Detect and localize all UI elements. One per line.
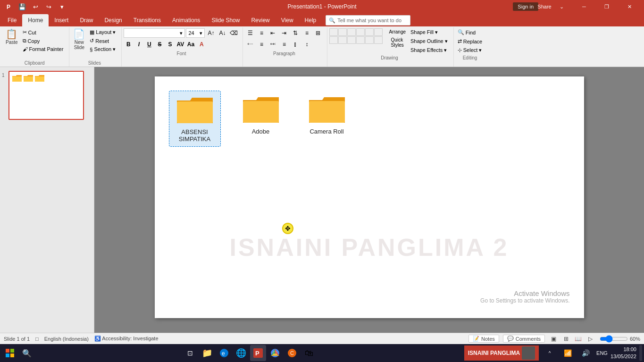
copy-button[interactable]: ⧉ Copy bbox=[21, 37, 66, 45]
volume-icon[interactable]: 🔊 bbox=[577, 345, 594, 361]
notes-button[interactable]: 📝 Notes bbox=[468, 335, 499, 343]
cortana-app-button[interactable]: C bbox=[284, 345, 300, 361]
normal-view-button[interactable]: ▣ bbox=[549, 334, 559, 344]
network-icon[interactable]: 📶 bbox=[560, 345, 576, 361]
tab-animations[interactable]: Animations bbox=[167, 14, 206, 26]
customize-qat-button[interactable]: ▾ bbox=[57, 1, 67, 12]
share-button[interactable]: Share bbox=[539, 1, 550, 12]
move-cursor-indicator: ✥ bbox=[282, 223, 293, 234]
search-button[interactable]: 🔍 bbox=[19, 345, 35, 361]
underline-button[interactable]: U bbox=[144, 40, 154, 49]
folder-absensi[interactable]: ABSENSISIMPATIKA bbox=[169, 91, 221, 147]
bullets-button[interactable]: ☰ bbox=[245, 28, 255, 38]
select-button[interactable]: ⊹ Select ▾ bbox=[456, 46, 484, 54]
section-button[interactable]: § Section ▾ bbox=[88, 45, 117, 53]
reset-button[interactable]: ↺ Reset bbox=[88, 37, 117, 45]
decrease-indent-button[interactable]: ⇤ bbox=[268, 28, 278, 38]
numbering-button[interactable]: ≡ bbox=[256, 28, 267, 38]
layout-button[interactable]: ▦ Layout ▾ bbox=[88, 28, 117, 36]
accessibility-status[interactable]: ♿ Accessibility: Investigate bbox=[94, 336, 159, 342]
quick-styles-button[interactable]: QuickStyles bbox=[387, 36, 408, 49]
paste-button[interactable]: 📋 Paste bbox=[4, 28, 20, 46]
zoom-slider[interactable] bbox=[600, 335, 628, 343]
editing-label: Editing bbox=[456, 55, 484, 61]
shape-fill-button[interactable]: Shape Fill ▾ bbox=[409, 28, 450, 36]
reading-view-button[interactable]: 📖 bbox=[573, 334, 584, 344]
comments-button[interactable]: 💬 Comments bbox=[503, 335, 545, 343]
text-shadow-button[interactable]: S bbox=[165, 40, 175, 49]
bold-button[interactable]: B bbox=[124, 40, 133, 49]
new-slide-icon: 📄 bbox=[73, 29, 85, 39]
taskbar-avatar bbox=[522, 346, 535, 360]
find-button[interactable]: 🔍 Find bbox=[456, 28, 484, 36]
tab-draw[interactable]: Draw bbox=[74, 14, 99, 26]
clear-format-button[interactable]: ⌫ bbox=[228, 28, 239, 38]
editing-group: 🔍 Find ⇄ Replace ⊹ Select ▾ Editing bbox=[454, 27, 488, 67]
explorer-app-button[interactable]: 📁 bbox=[199, 345, 215, 361]
strikethrough-button[interactable]: S bbox=[155, 40, 164, 49]
align-center-button[interactable]: ≡ bbox=[256, 40, 267, 49]
tab-slideshow[interactable]: Slide Show bbox=[206, 14, 245, 26]
edge-icon[interactable]: e bbox=[216, 345, 232, 361]
new-slide-button[interactable]: 📄 NewSlide bbox=[71, 28, 87, 51]
tab-review[interactable]: Review bbox=[245, 14, 275, 26]
chrome-app-button[interactable] bbox=[267, 345, 283, 361]
restore-button[interactable]: ❐ bbox=[596, 0, 618, 13]
redo-qat-button[interactable]: ↪ bbox=[43, 1, 54, 12]
text-direction-button[interactable]: ⇅ bbox=[290, 28, 301, 38]
cut-button[interactable]: ✂ Cut bbox=[21, 28, 66, 36]
tell-me-input[interactable]: 🔍 Tell me what you want to do bbox=[326, 15, 410, 25]
watermark-text: ISNAINI PANGLIMA 2 bbox=[229, 233, 509, 261]
format-painter-button[interactable]: 🖌 Format Painter bbox=[21, 45, 66, 53]
smartart-button[interactable]: ⊞ bbox=[313, 28, 323, 38]
tab-insert[interactable]: Insert bbox=[49, 14, 74, 26]
char-spacing-button[interactable]: AV bbox=[176, 40, 185, 49]
sign-in-button[interactable]: Sign in bbox=[513, 2, 538, 11]
line-spacing-button[interactable]: ↕ bbox=[301, 40, 312, 49]
folder-adobe[interactable]: Adobe bbox=[235, 91, 287, 147]
save-qat-button[interactable]: 💾 bbox=[17, 1, 27, 12]
datetime-display[interactable]: 18:00 13/05/2022 bbox=[611, 346, 636, 361]
shape-outline-button[interactable]: Shape Outline ▾ bbox=[409, 37, 450, 45]
slide-sorter-button[interactable]: ⊞ bbox=[561, 334, 571, 344]
start-button[interactable] bbox=[2, 345, 18, 361]
slide-thumbnail-1[interactable] bbox=[8, 71, 84, 120]
task-view-button[interactable]: ⊡ bbox=[182, 345, 198, 361]
font-color-button[interactable]: A bbox=[196, 40, 207, 49]
minimize-button[interactable]: ─ bbox=[573, 0, 595, 13]
font-size-combo[interactable]: 24▾ bbox=[186, 28, 205, 38]
tab-home[interactable]: Home bbox=[22, 14, 49, 26]
show-desktop-button[interactable] bbox=[639, 345, 642, 361]
font-name-combo[interactable]: ▾ bbox=[124, 28, 185, 38]
justify-button[interactable]: ≡ bbox=[279, 40, 289, 49]
undo-qat-button[interactable]: ↩ bbox=[30, 1, 41, 12]
tab-help[interactable]: Help bbox=[299, 14, 322, 26]
change-case-button[interactable]: Aa bbox=[186, 40, 195, 49]
store-app-button[interactable]: 🛍 bbox=[301, 345, 317, 361]
align-text-button[interactable]: ≡ bbox=[301, 28, 312, 38]
align-right-button[interactable]: ⬹ bbox=[268, 40, 278, 49]
increase-indent-button[interactable]: ⇥ bbox=[279, 28, 289, 38]
folder-camera-roll-label: Camera Roll bbox=[309, 128, 343, 135]
italic-button[interactable]: I bbox=[134, 40, 143, 49]
close-button[interactable]: ✕ bbox=[619, 0, 640, 13]
tab-design[interactable]: Design bbox=[99, 14, 127, 26]
powerpoint-app-button[interactable]: P bbox=[250, 345, 266, 361]
status-bar: Slide 1 of 1 □ English (Indonesia) ♿ Acc… bbox=[0, 333, 644, 344]
ie-app-button[interactable]: 🌐 bbox=[233, 345, 249, 361]
tab-view[interactable]: View bbox=[276, 14, 299, 26]
shape-effects-button[interactable]: Shape Effects ▾ bbox=[409, 46, 450, 54]
align-left-button[interactable]: ⬸ bbox=[245, 40, 255, 49]
slideshow-button[interactable]: ▷ bbox=[585, 334, 596, 344]
decrease-font-button[interactable]: A↓ bbox=[217, 28, 227, 38]
arrange-button[interactable]: Arrange bbox=[387, 28, 408, 35]
slide-canvas[interactable]: ABSENSISIMPATIKA Adobe bbox=[155, 76, 584, 318]
replace-button[interactable]: ⇄ Replace bbox=[456, 37, 484, 45]
tab-file[interactable]: File bbox=[2, 14, 22, 26]
columns-button[interactable]: ⫿ bbox=[290, 40, 301, 49]
ribbon-display-button[interactable]: ⌄ bbox=[551, 0, 572, 13]
folder-camera-roll[interactable]: Camera Roll bbox=[301, 91, 353, 147]
tab-transitions[interactable]: Transitions bbox=[128, 14, 167, 26]
increase-font-button[interactable]: A↑ bbox=[206, 28, 216, 38]
show-hidden-icons-button[interactable]: ^ bbox=[542, 345, 558, 361]
